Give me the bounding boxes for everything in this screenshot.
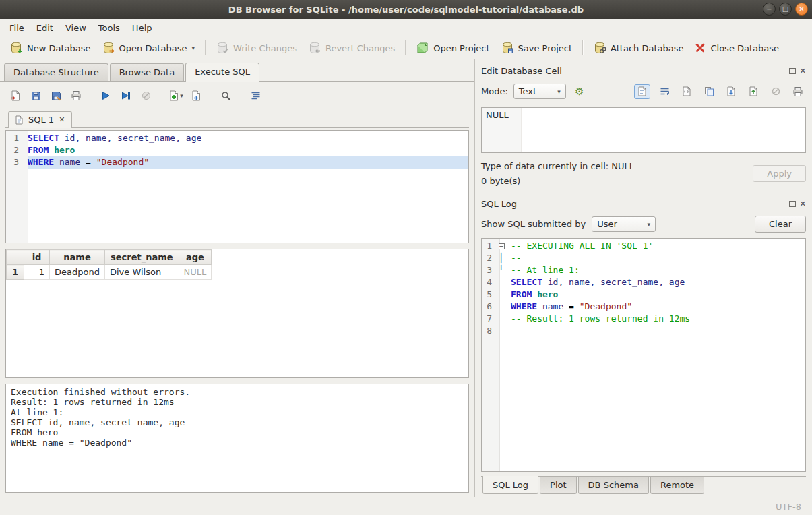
save-project-button[interactable]: Save Project: [495, 39, 578, 57]
save-project-icon: [501, 41, 514, 55]
new-tab-dropdown-icon[interactable]: ▾: [180, 92, 183, 99]
new-database-button[interactable]: New Database: [4, 39, 96, 57]
encoding-indicator[interactable]: UTF-8: [776, 502, 801, 512]
column-header-name[interactable]: name: [50, 250, 105, 265]
menu-help[interactable]: Help: [126, 20, 158, 36]
code-line[interactable]: 5FROM hero: [482, 289, 805, 301]
open-database-dropdown-icon[interactable]: ▾: [191, 44, 195, 51]
maximize-button[interactable]: □: [779, 3, 792, 16]
sql-editor[interactable]: 1SELECT id, name, secret_name, age2FROM …: [5, 130, 469, 243]
code-line[interactable]: 1SELECT id, name, secret_name, age: [6, 132, 468, 144]
menu-edit[interactable]: Edit: [30, 20, 59, 36]
code-line[interactable]: 3WHERE name = "Deadpond": [6, 156, 468, 169]
column-header-id[interactable]: id: [24, 250, 50, 265]
results-grid[interactable]: id name secret_name age 1 1 Deadpond Div…: [5, 249, 469, 378]
mode-combobox[interactable]: Text ▾: [513, 84, 566, 99]
line-text: FROM hero: [24, 144, 75, 156]
json-view-button[interactable]: [679, 84, 695, 99]
clear-log-button[interactable]: Clear: [755, 216, 806, 233]
text-view-button[interactable]: [634, 84, 650, 99]
app-window: DB Browser for SQLite - /home/user/code/…: [0, 0, 812, 515]
dock-tab-plot[interactable]: Plot: [540, 477, 577, 494]
print-cell-button[interactable]: [790, 84, 806, 99]
column-header-age[interactable]: age: [179, 250, 212, 265]
print-icon: [71, 90, 82, 101]
float-panel-icon[interactable]: [789, 68, 796, 74]
print-sql-button[interactable]: [67, 88, 85, 104]
save-sql-file-button[interactable]: [27, 88, 44, 104]
stop-icon: [142, 91, 151, 100]
submitter-combobox[interactable]: User ▾: [592, 216, 656, 232]
menubar: File Edit View Tools Help: [0, 19, 812, 37]
import-cell-button[interactable]: [745, 84, 761, 99]
main-toolbar: New Database Open Database ▾ Write Chang…: [0, 37, 812, 59]
dock-tab-sql-log[interactable]: SQL Log: [482, 476, 538, 494]
cell-id[interactable]: 1: [24, 265, 50, 280]
sql-tab[interactable]: SQL 1 ✕: [8, 111, 72, 128]
open-in-new-tab-button[interactable]: [187, 88, 205, 104]
cell-name[interactable]: Deadpond: [50, 265, 105, 280]
titlebar[interactable]: DB Browser for SQLite - /home/user/code/…: [0, 0, 812, 19]
line-number: 8: [482, 325, 496, 337]
copy-button[interactable]: [701, 84, 717, 99]
auto-format-button[interactable]: ⚙: [571, 84, 588, 99]
execution-message[interactable]: Execution finished without errors. Resul…: [5, 384, 469, 493]
code-line[interactable]: 6WHERE name = "Deadpond": [482, 301, 805, 313]
fold-marker[interactable]: −: [496, 240, 507, 252]
float-panel-icon[interactable]: [789, 201, 796, 207]
execute-all-button[interactable]: [97, 88, 115, 104]
execute-line-icon: [121, 91, 131, 100]
sql-log-view[interactable]: 1−-- EXECUTING ALL IN 'SQL 1'2│--3└-- At…: [481, 238, 806, 472]
left-panel: Database Structure Browse Data Execute S…: [0, 59, 474, 497]
dock-tab-db-schema[interactable]: DB Schema: [578, 477, 649, 494]
cell-age[interactable]: NULL: [179, 265, 212, 280]
menu-tools[interactable]: Tools: [92, 20, 126, 36]
code-line[interactable]: 8: [482, 325, 805, 337]
tab-execute-sql[interactable]: Execute SQL: [185, 63, 259, 82]
export-icon: [726, 86, 736, 96]
cell-secret-name[interactable]: Dive Wilson: [104, 265, 179, 280]
close-database-button[interactable]: Close Database: [689, 40, 784, 56]
save-sql-file-as-button[interactable]: [47, 88, 65, 104]
code-line[interactable]: 4SELECT id, name, secret_name, age: [482, 276, 805, 289]
tab-database-structure[interactable]: Database Structure: [4, 63, 108, 81]
line-number: 7: [482, 313, 496, 325]
word-wrap-button[interactable]: [656, 84, 673, 99]
results-row[interactable]: 1 1 Deadpond Dive Wilson NULL: [7, 265, 212, 280]
code-line[interactable]: 2│--: [482, 252, 805, 264]
execute-line-button[interactable]: [117, 88, 135, 104]
close-window-button[interactable]: ✕: [795, 3, 808, 16]
dock-tab-remote[interactable]: Remote: [650, 477, 704, 494]
minimize-button[interactable]: −: [763, 3, 776, 16]
export-cell-button[interactable]: [723, 84, 739, 99]
column-header-secret-name[interactable]: secret_name: [104, 250, 179, 265]
cell-editor[interactable]: NULL: [481, 107, 806, 153]
menu-file[interactable]: File: [3, 20, 30, 36]
open-database-button[interactable]: Open Database ▾: [96, 39, 200, 57]
find-replace-button[interactable]: [217, 88, 235, 104]
import-icon: [749, 86, 758, 96]
line-number: 3: [6, 156, 24, 169]
text-view-icon: [637, 86, 647, 96]
code-line[interactable]: 2FROM hero: [6, 144, 468, 156]
line-number: 6: [482, 301, 496, 313]
attach-database-button[interactable]: Attach Database: [588, 39, 689, 57]
write-changes-label: Write Changes: [233, 43, 297, 53]
tab-browse-data[interactable]: Browse Data: [110, 63, 185, 81]
save-sql-file-icon: [31, 91, 41, 101]
close-panel-icon[interactable]: ✕: [800, 67, 806, 75]
close-sql-tab-icon[interactable]: ✕: [59, 115, 65, 124]
code-line[interactable]: 3└-- At line 1:: [482, 264, 805, 276]
results-corner-cell: [7, 250, 24, 265]
format-sql-button[interactable]: [247, 88, 264, 104]
new-sql-tab-button[interactable]: ▾: [167, 88, 185, 104]
text-cursor: [150, 157, 150, 166]
menu-view[interactable]: View: [59, 20, 92, 36]
close-panel-icon[interactable]: ✕: [800, 200, 806, 208]
open-sql-file-button[interactable]: [7, 88, 24, 104]
revert-changes-button: Revert Changes: [303, 39, 400, 57]
code-line[interactable]: 7-- Result: 1 rows returned in 12ms: [482, 313, 805, 325]
open-project-button[interactable]: Open Project: [410, 39, 495, 57]
submitter-value: User: [597, 219, 617, 229]
code-line[interactable]: 1−-- EXECUTING ALL IN 'SQL 1': [482, 240, 805, 252]
